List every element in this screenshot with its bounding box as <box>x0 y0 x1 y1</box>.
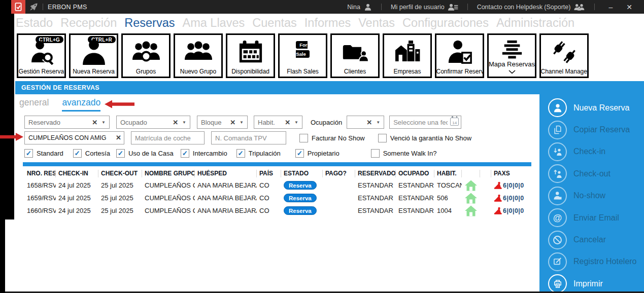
chevron-down-icon[interactable]: ▼ <box>376 120 380 125</box>
menu-item-administracion[interactable]: Administración <box>496 16 574 30</box>
chevron-down-icon[interactable]: ▼ <box>294 120 298 125</box>
col-ocupado[interactable]: OCUPADO <box>396 170 434 177</box>
checkbox-box[interactable]: ✓ <box>116 149 125 158</box>
check-out-action[interactable]: Check-out <box>539 163 644 185</box>
chevron-down-icon[interactable]: ▼ <box>240 120 244 125</box>
col-check-in[interactable]: CHECK-IN <box>56 170 98 177</box>
minimize-button[interactable]: – <box>604 3 617 11</box>
clear-icon[interactable]: ✕ <box>92 119 97 126</box>
chevron-down-icon[interactable]: ▼ <box>101 120 106 125</box>
mapa-reservas-button[interactable]: Mapa Reservas <box>487 33 536 78</box>
menu-item-configuraciones[interactable]: Configuraciones <box>402 16 489 30</box>
col-icon-1[interactable] <box>462 170 480 177</box>
empresas-button[interactable]: Empresas <box>383 33 432 78</box>
clear-icon[interactable]: ✕ <box>285 119 290 126</box>
intercambio-checkbox[interactable]: ✓ Intercambio <box>181 149 227 158</box>
checkbox-box[interactable] <box>371 149 380 158</box>
menu-item-recepcion[interactable]: Recepción <box>60 16 117 30</box>
uso-de-la-casa-checkbox[interactable]: ✓ Uso de la Casa <box>116 149 174 158</box>
standard-checkbox[interactable]: ✓ Standard <box>24 149 63 158</box>
col-habitacion[interactable]: HABIT. <box>434 170 462 177</box>
clientes-button[interactable]: Clientes <box>330 33 380 78</box>
bloque-dropdown[interactable]: Bloque ✕ ▼ <box>197 116 248 129</box>
menu-item-informes[interactable]: Informes <box>304 16 351 30</box>
habitacion-dropdown[interactable]: Habit. ✕ ▼ <box>254 116 302 129</box>
clear-icon[interactable]: ✕ <box>173 119 178 126</box>
menu-item-cuentas[interactable]: Cuentas <box>252 16 297 30</box>
reservado-dropdown[interactable]: Reservado ✕ ▼ <box>24 116 110 129</box>
checkbox-box[interactable] <box>378 134 387 142</box>
col-nro-reserva[interactable]: NRO. RESER <box>24 170 56 177</box>
chevron-down-icon[interactable] <box>489 70 535 74</box>
clear-icon[interactable]: ✕ <box>230 119 235 126</box>
helpdesk-group-icon <box>574 3 585 11</box>
checkbox-box[interactable] <box>299 134 308 142</box>
menu-item-reservas[interactable]: Reservas <box>124 16 175 30</box>
calendar-date-icon[interactable]: 14 <box>450 118 459 126</box>
panel-title: GESTIÓN DE RESERVAS <box>21 84 99 91</box>
vencio-garantia-checkbox[interactable]: Venció la garantía No Show <box>378 134 471 142</box>
date-picker[interactable]: 14 <box>389 116 461 129</box>
registro-hotelero-action[interactable]: Registro Hotelero <box>539 251 644 273</box>
col-pago[interactable]: PAGO? <box>323 170 355 177</box>
cell-estado: Reserva <box>281 206 323 215</box>
checkbox-box[interactable]: ✓ <box>24 149 33 158</box>
grupo-input[interactable] <box>24 131 124 144</box>
tab-general[interactable]: general <box>19 97 49 112</box>
col-reservado[interactable]: RESERVADO <box>355 170 396 177</box>
cell-grupo: CUMPLEAÑOS CO <box>142 207 195 214</box>
table-row[interactable]: 1658/RSV 24 jul 2025 25 jul 2025 CUMPLEA… <box>24 179 531 192</box>
helpdesk-contact[interactable]: Contacto con Helpdesk (Soporte) <box>477 3 586 11</box>
col-pais[interactable]: PAÍS <box>257 170 281 177</box>
close-button[interactable]: ✕ <box>622 3 637 11</box>
cortesia-checkbox[interactable]: ✓ Cortesía <box>73 149 110 158</box>
nueva-reserva-action[interactable]: Nueva Reserva <box>539 97 644 119</box>
menu-item-ama-llaves[interactable]: Ama Llaves <box>182 16 245 30</box>
col-huesped[interactable]: HUÉSPED <box>195 170 257 177</box>
col-nombre-grupo[interactable]: NOMBRE GRUPO <box>142 170 195 177</box>
current-user[interactable]: Nina <box>347 3 372 11</box>
matricula-input[interactable] <box>131 131 205 144</box>
somente-walkin-checkbox[interactable]: Somente Walk In? <box>371 149 437 158</box>
no-show-action[interactable]: No-show <box>539 185 644 207</box>
menu-item-estado[interactable]: Estado <box>16 16 53 30</box>
table-row[interactable]: 1660/RSV 24 jul 2025 25 jul 2025 CUMPLEA… <box>24 204 531 217</box>
cell-ocupado: ESTANDAR <box>396 194 434 202</box>
col-paxs[interactable]: PAXS <box>491 170 531 177</box>
flash-sales-button[interactable]: ForSale Flash Sales <box>278 33 327 78</box>
ocupado-dropdown[interactable]: Ocupado ✕ ▼ <box>116 116 190 129</box>
checkbox-box[interactable]: ✓ <box>181 149 189 158</box>
checkbox-box[interactable]: ✓ <box>236 149 245 158</box>
table-row[interactable]: 1659/RSV 24 jul 2025 25 jul 2025 CUMPLEA… <box>24 192 531 204</box>
checkbox-box[interactable]: ✓ <box>295 149 304 158</box>
filter-tabs: general avanzado <box>19 97 100 112</box>
tripulacion-checkbox[interactable]: ✓ Tripulación <box>236 149 281 158</box>
enviar-email-action[interactable]: @ Enviar Email <box>539 207 644 229</box>
clear-icon[interactable]: ✕ <box>366 119 372 126</box>
tab-avanzado[interactable]: avanzado <box>62 97 100 112</box>
nueva-reserva-button[interactable]: CTRL+R Nueva Reserva <box>69 33 118 78</box>
check-in-action[interactable]: Check-in <box>539 141 644 163</box>
col-check-out[interactable]: CHECK-OUT <box>98 170 142 177</box>
chevron-down-icon[interactable]: ▼ <box>182 120 186 125</box>
propietario-checkbox[interactable]: ✓ Propietario <box>295 149 340 158</box>
profile-menu[interactable]: Mi perfil de usuario <box>391 3 458 11</box>
col-estado[interactable]: ESTADO <box>281 170 323 177</box>
channel-manager-button[interactable]: Channel Manager <box>539 33 589 78</box>
imprimir-action[interactable]: Imprimir <box>539 273 644 293</box>
clear-icon[interactable]: ✕ <box>116 134 121 141</box>
grupo-search-field[interactable]: ✕ <box>24 131 124 144</box>
facturar-no-show-checkbox[interactable]: Facturar No Show <box>299 134 365 142</box>
ocupacion-dropdown[interactable]: ✕ ▼ <box>347 116 384 129</box>
col-icon-2[interactable] <box>480 170 491 177</box>
checkbox-box[interactable]: ✓ <box>73 149 82 158</box>
comanda-tpv-input[interactable] <box>211 131 286 144</box>
confirmar-reservas-button[interactable]: Confirmar Reservas <box>435 33 484 78</box>
menu-item-ventas[interactable]: Ventas <box>358 16 395 30</box>
grupos-button[interactable]: Grupos <box>121 33 171 78</box>
gestion-reserva-button[interactable]: CTRL+G Gestión Reserva <box>17 33 66 78</box>
disponibilidad-button[interactable]: Disponibilidad <box>226 33 275 78</box>
nuevo-grupo-button[interactable]: Nuevo Grupo <box>174 33 223 78</box>
copiar-reserva-action[interactable]: Copiar Reserva <box>539 119 644 140</box>
cancelar-action[interactable]: Cancelar <box>539 229 644 250</box>
